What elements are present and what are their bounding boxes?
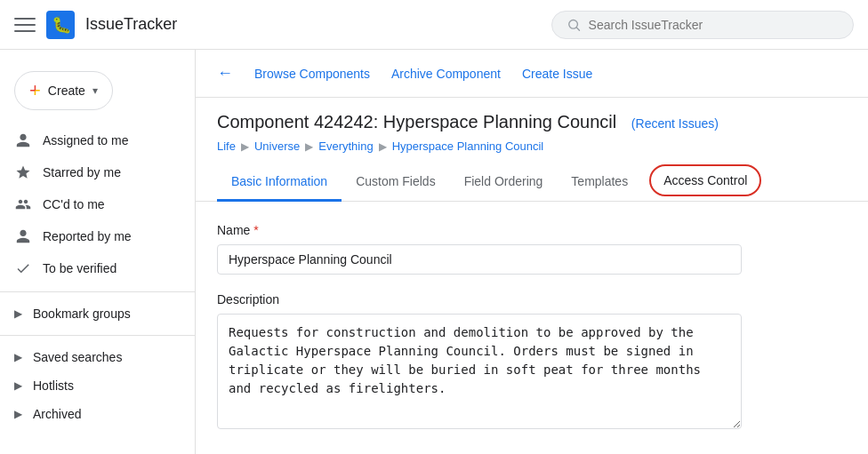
breadcrumb-arrow-1: ▶: [241, 140, 249, 153]
check-icon: [14, 259, 32, 277]
tab-templates[interactable]: Templates: [557, 163, 642, 202]
form-area: Name * Description Requests for construc…: [196, 202, 868, 453]
breadcrumb-arrow-2: ▶: [305, 140, 313, 153]
component-title-prefix: Component 424242:: [217, 112, 378, 131]
sidebar-item-label: Hotlists: [33, 378, 74, 393]
create-button[interactable]: + Create ▾: [14, 71, 113, 110]
sidebar-item-label: To be verified: [43, 261, 117, 275]
tabs: Basic Information Custom Fields Field Or…: [196, 163, 868, 202]
required-star: *: [253, 223, 258, 237]
create-issue-link[interactable]: Create Issue: [522, 67, 592, 81]
sidebar-item-bookmark[interactable]: ▶ Bookmark groups: [0, 299, 195, 328]
description-label: Description: [217, 292, 847, 307]
sidebar-item-label: Saved searches: [33, 350, 122, 364]
person-icon-2: [14, 227, 32, 245]
tab-access-control[interactable]: Access Control: [649, 164, 761, 196]
archive-component-link[interactable]: Archive Component: [391, 67, 501, 81]
breadcrumb-everything[interactable]: Everything: [318, 139, 373, 153]
sidebar-item-saved[interactable]: ▶ Saved searches: [0, 343, 195, 371]
create-label: Create: [48, 84, 85, 98]
topbar-left: 🐛 IssueTracker: [14, 11, 177, 39]
dropdown-arrow-icon: ▾: [92, 84, 98, 97]
app-title: IssueTracker: [85, 15, 177, 34]
content-area: ← Browse Components Archive Component Cr…: [196, 50, 868, 454]
sidebar-item-label: Bookmark groups: [33, 307, 131, 321]
tab-basic-information[interactable]: Basic Information: [217, 163, 342, 202]
sidebar-item-assigned[interactable]: Assigned to me: [0, 124, 195, 156]
name-input[interactable]: [217, 244, 742, 275]
sidebar-item-label: Assigned to me: [43, 133, 129, 147]
hamburger-icon[interactable]: [14, 14, 36, 36]
sidebar-item-label: CC'd to me: [43, 197, 105, 211]
topbar: 🐛 IssueTracker: [0, 0, 868, 50]
chevron-right-icon: ▶: [14, 307, 22, 320]
tab-custom-fields[interactable]: Custom Fields: [342, 163, 449, 202]
sidebar-item-starred[interactable]: Starred by me: [0, 156, 195, 188]
name-field-label: Name *: [217, 223, 847, 237]
sidebar-item-verify[interactable]: To be verified: [0, 252, 195, 284]
search-input[interactable]: [589, 18, 839, 32]
plus-icon: +: [29, 79, 41, 102]
component-title-name: Hyperspace Planning Council: [383, 112, 616, 131]
component-header: Component 424242: Hyperspace Planning Co…: [196, 98, 868, 153]
sidebar-item-label: Archived: [33, 407, 81, 421]
sidebar-item-reported[interactable]: Reported by me: [0, 220, 195, 252]
sidebar-item-hotlists[interactable]: ▶ Hotlists: [0, 371, 195, 400]
sidebar: + Create ▾ Assigned to me Starred by me …: [0, 50, 196, 454]
back-button[interactable]: ←: [217, 64, 233, 83]
group-icon: [14, 195, 32, 213]
breadcrumb: Life ▶ Universe ▶ Everything ▶ Hyperspac…: [217, 139, 847, 153]
create-btn-container: + Create ▾: [0, 64, 195, 124]
breadcrumb-arrow-3: ▶: [379, 140, 387, 153]
star-icon: [14, 163, 32, 181]
chevron-right-icon-3: ▶: [14, 379, 22, 392]
svg-text:🐛: 🐛: [52, 15, 72, 35]
browse-components-link[interactable]: Browse Components: [254, 67, 370, 81]
chevron-right-icon-4: ▶: [14, 408, 22, 420]
svg-line-3: [576, 28, 579, 30]
breadcrumb-life[interactable]: Life: [217, 139, 236, 153]
recent-issues-link[interactable]: (Recent Issues): [631, 116, 719, 131]
sidebar-divider-1: [0, 291, 195, 292]
component-title: Component 424242: Hyperspace Planning Co…: [217, 112, 847, 132]
sidebar-item-archived[interactable]: ▶ Archived: [0, 400, 195, 428]
search-icon: [567, 17, 582, 33]
person-icon: [14, 131, 32, 149]
sidebar-divider-2: [0, 335, 195, 336]
sidebar-item-label: Reported by me: [43, 229, 132, 243]
tab-field-ordering[interactable]: Field Ordering: [450, 163, 558, 202]
main-layout: + Create ▾ Assigned to me Starred by me …: [0, 50, 868, 454]
sidebar-item-ccd[interactable]: CC'd to me: [0, 188, 195, 220]
sidebar-item-label: Starred by me: [43, 165, 121, 179]
breadcrumb-current: Hyperspace Planning Council: [392, 139, 544, 153]
description-textarea[interactable]: Requests for construction and demolition…: [217, 314, 742, 429]
breadcrumb-universe[interactable]: Universe: [254, 139, 300, 153]
page-nav: ← Browse Components Archive Component Cr…: [196, 50, 868, 98]
search-bar[interactable]: [551, 11, 854, 39]
app-logo: 🐛: [46, 11, 75, 39]
chevron-right-icon-2: ▶: [14, 351, 22, 363]
